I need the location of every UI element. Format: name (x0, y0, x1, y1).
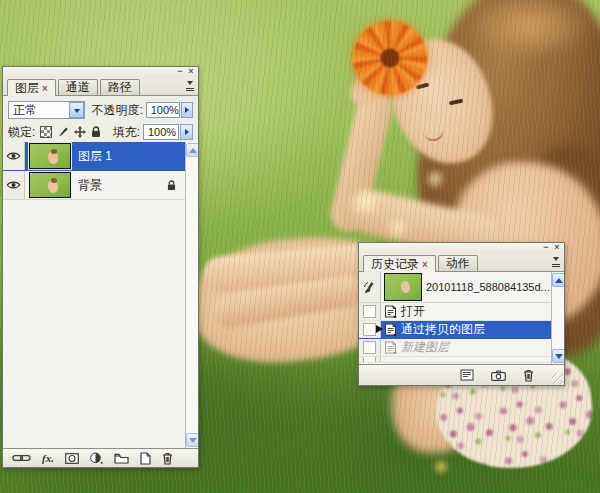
history-state-label: 打开 (401, 303, 425, 320)
tab-actions[interactable]: 动作 (438, 255, 478, 271)
opacity-label: 不透明度: (91, 102, 142, 119)
scroll-down-icon[interactable] (186, 433, 198, 447)
eye-icon (6, 151, 21, 161)
layer-thumbnail[interactable] (29, 172, 71, 198)
new-document-from-state-icon[interactable] (460, 369, 474, 381)
visibility-toggle[interactable] (3, 171, 25, 199)
tab-history[interactable]: 历史记录 × (363, 255, 436, 272)
history-state-open[interactable]: 打开 (359, 303, 551, 321)
tab-close-icon[interactable]: × (422, 259, 428, 270)
history-state-label: 新建图层 (401, 339, 449, 356)
layers-controls: 正常 不透明度: 100% 锁定: 填充: 100% (3, 96, 198, 142)
fill-field[interactable]: 100% (143, 124, 179, 140)
resize-grip[interactable] (552, 373, 563, 384)
scroll-down-icon[interactable] (552, 349, 564, 363)
tab-paths[interactable]: 路径 (100, 79, 140, 95)
tab-layers-label: 图层 (15, 80, 39, 97)
layer-name[interactable]: 图层 1 (78, 148, 112, 165)
lock-position-icon[interactable] (74, 126, 86, 138)
tab-channels[interactable]: 通道 (58, 79, 98, 95)
new-snapshot-icon[interactable] (491, 370, 506, 381)
opacity-field[interactable]: 100% (146, 102, 180, 118)
lock-transparency-icon[interactable] (40, 126, 52, 138)
layer-style-fx-icon[interactable]: fx. (42, 452, 54, 464)
tab-layers[interactable]: 图层 × (7, 79, 56, 96)
panel-menu-icon[interactable] (549, 256, 562, 268)
layer-group-icon[interactable] (114, 453, 129, 464)
layer-row-layer1[interactable]: 图层 1 (3, 142, 185, 171)
history-state-icon (384, 305, 397, 318)
history-list: 20101118_588084135d... 打开 通过拷贝的图层 (359, 272, 564, 364)
history-scrollbar[interactable] (551, 272, 564, 364)
layers-scrollbar[interactable] (185, 142, 198, 448)
history-brush-source-cell[interactable] (359, 339, 381, 356)
history-brush-source-cell[interactable] (359, 272, 381, 302)
visibility-toggle[interactable] (3, 142, 25, 170)
layers-list: 图层 1 背景 (3, 142, 198, 448)
layer-row-background[interactable]: 背景 (3, 171, 185, 200)
delete-layer-icon[interactable] (162, 452, 173, 465)
history-brush-source-cell[interactable] (359, 321, 381, 338)
delete-state-icon[interactable] (523, 369, 534, 382)
minimize-button[interactable]: − (175, 67, 185, 76)
lock-label: 锁定: (8, 124, 35, 141)
layers-panel: − × 图层 × 通道 路径 正常 不透明度: 100% 锁定 (2, 66, 199, 468)
history-state-layer-via-copy[interactable]: 通过拷贝的图层 (359, 321, 551, 339)
history-brush-source-cell[interactable] (359, 303, 381, 320)
minimize-button[interactable]: − (541, 243, 551, 252)
layers-panel-titlebar[interactable]: − × (3, 67, 198, 77)
scroll-up-icon[interactable] (186, 143, 198, 157)
history-snapshot-row[interactable]: 20101118_588084135d... (359, 272, 551, 303)
blend-mode-select[interactable]: 正常 (8, 101, 85, 119)
panel-menu-icon[interactable] (183, 80, 196, 92)
layer-mask-icon[interactable] (65, 453, 79, 464)
snapshot-name[interactable]: 20101118_588084135d... (426, 281, 550, 293)
bokeh-light (348, 185, 382, 219)
history-tab-strip: 历史记录 × 动作 (359, 253, 564, 272)
history-state-icon (384, 341, 397, 354)
opacity-slider-arrow-icon[interactable] (181, 102, 193, 118)
layers-bottom-toolbar: fx. (3, 448, 198, 467)
history-state-new-layer[interactable]: 新建图层 (359, 339, 551, 357)
snapshot-thumbnail[interactable] (384, 273, 422, 301)
fill-slider-arrow-icon[interactable] (180, 124, 193, 140)
tab-history-label: 历史记录 (371, 256, 419, 273)
fill-label: 填充: (113, 124, 140, 141)
history-bottom-toolbar (359, 364, 564, 385)
lock-pixels-icon[interactable] (57, 126, 69, 138)
layers-tab-strip: 图层 × 通道 路径 (3, 77, 198, 96)
history-state-icon (384, 323, 397, 336)
link-icon[interactable] (12, 453, 31, 463)
current-state-pointer-icon (376, 325, 383, 333)
history-panel: − × 历史记录 × 动作 20101118_588084135d... (358, 242, 565, 386)
bokeh-light (432, 458, 450, 476)
history-state-partial (359, 357, 551, 363)
layer-thumbnail[interactable] (29, 143, 71, 169)
chevron-down-icon[interactable] (69, 102, 84, 118)
layer-name[interactable]: 背景 (78, 177, 102, 194)
close-button[interactable]: × (552, 243, 562, 252)
layer-lock-icon (167, 180, 176, 191)
history-brush-icon (363, 281, 376, 294)
history-state-label: 通过拷贝的图层 (401, 321, 485, 338)
scroll-up-icon[interactable] (552, 273, 564, 287)
eye-icon (6, 180, 21, 190)
history-panel-titlebar[interactable]: − × (359, 243, 564, 253)
new-layer-icon[interactable] (140, 452, 151, 465)
tab-close-icon[interactable]: × (42, 83, 48, 94)
bokeh-light (424, 168, 446, 190)
lock-all-icon[interactable] (91, 126, 101, 138)
adjustment-layer-icon[interactable] (90, 452, 103, 464)
screenshot-root: − × 图层 × 通道 路径 正常 不透明度: 100% 锁定 (0, 0, 600, 493)
close-button[interactable]: × (186, 67, 196, 76)
bokeh-light (385, 214, 411, 240)
